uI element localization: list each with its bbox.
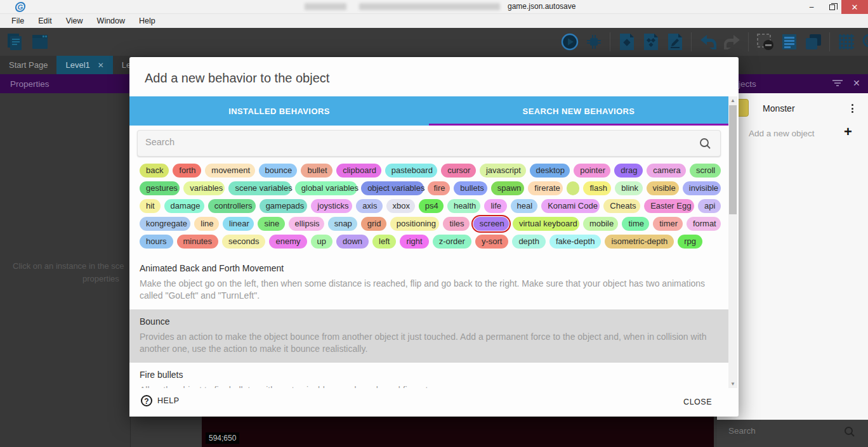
kebab-menu-icon[interactable] <box>848 103 857 115</box>
chip-gamepads[interactable]: gamepads <box>260 199 308 213</box>
behavior-search-input[interactable] <box>145 137 678 147</box>
chip-blink[interactable]: blink <box>615 181 642 195</box>
chip-kongregate[interactable]: kongregate <box>140 217 190 231</box>
chip-javascript[interactable]: javascript <box>480 164 526 178</box>
dialog-scrollbar[interactable]: ▲ ▼ <box>728 96 737 388</box>
chip-movement[interactable]: movement <box>205 164 254 178</box>
chip-konami-code[interactable]: Konami Code <box>541 199 600 213</box>
close-dialog-button[interactable]: CLOSE <box>683 398 712 406</box>
chip-easter-egg[interactable]: Easter Egg <box>644 199 694 213</box>
chip-time[interactable]: time <box>622 217 649 231</box>
chip-bullet[interactable]: bullet <box>301 164 332 178</box>
tab-close-icon[interactable]: ✕ <box>98 61 104 70</box>
chip-up[interactable]: up <box>311 235 332 249</box>
chip-pasteboard[interactable]: pasteboard <box>385 164 437 178</box>
behavior-item[interactable]: Animated Back and Forth MovementMake the… <box>129 256 728 309</box>
chip-sine[interactable]: sine <box>258 217 284 231</box>
project-manager-icon[interactable] <box>5 31 25 52</box>
chip-heal[interactable]: heal <box>511 199 538 213</box>
chip-global-variables[interactable]: global variables <box>295 181 357 195</box>
chip-left[interactable]: left <box>372 235 396 249</box>
chip-pointer[interactable]: pointer <box>574 164 610 178</box>
chip-virtual-keyboard[interactable]: virtual keyboard <box>513 217 579 231</box>
chip-grid[interactable]: grid <box>361 217 386 231</box>
scrollbar-up-icon[interactable]: ▲ <box>728 96 737 105</box>
tab-start-page[interactable]: Start Page <box>0 56 56 74</box>
chip-desktop[interactable]: desktop <box>530 164 570 178</box>
tab-level1[interactable]: Level1 ✕ <box>56 56 112 74</box>
chip-firerate[interactable]: firerate <box>528 181 563 195</box>
chip-screen[interactable]: screen <box>473 217 509 231</box>
chip-line[interactable]: line <box>194 217 219 231</box>
close-window-button[interactable]: ✕ <box>841 0 868 14</box>
chip-spawn[interactable]: spawn <box>491 181 525 195</box>
chip-axis[interactable]: axis <box>356 199 382 213</box>
chip-snap[interactable]: snap <box>328 217 357 231</box>
chip-clipboard[interactable]: clipboard <box>336 164 381 178</box>
chip-back[interactable]: back <box>140 164 169 178</box>
chip-ps4[interactable]: ps4 <box>419 199 444 213</box>
chip-object-variables[interactable]: object variables <box>361 181 423 195</box>
menu-window[interactable]: Window <box>91 15 131 27</box>
zoom-actual-icon[interactable]: 1:1 <box>860 31 868 52</box>
chip-fire[interactable]: fire <box>428 181 450 195</box>
chip-seconds[interactable]: seconds <box>222 235 265 249</box>
behavior-item[interactable]: Fire bulletsAllow the object to fire bul… <box>129 363 728 388</box>
chip-enemy[interactable]: enemy <box>269 235 306 249</box>
tab-installed-behaviors[interactable]: INSTALLED BEHAVIORS <box>129 96 429 126</box>
instances-list-icon[interactable] <box>779 31 799 52</box>
chip-forth[interactable]: forth <box>173 164 201 178</box>
help-button[interactable]: ? HELP <box>141 395 180 406</box>
redo-icon[interactable] <box>722 31 742 52</box>
objects-editor-icon[interactable] <box>617 31 636 52</box>
chip-positioning[interactable]: positioning <box>390 217 440 231</box>
minimize-button[interactable]: – <box>801 0 822 14</box>
behavior-item[interactable]: BounceProvides an action to make the obj… <box>129 309 728 363</box>
menu-view[interactable]: View <box>60 15 89 27</box>
chip-isometric-depth[interactable]: isometric-depth <box>605 235 674 249</box>
chip-minutes[interactable]: minutes <box>177 235 219 249</box>
undo-icon[interactable] <box>698 31 718 52</box>
chip-blank[interactable] <box>567 181 579 195</box>
chip-visible[interactable]: visible <box>647 181 679 195</box>
chip-cheats[interactable]: Cheats <box>603 199 640 213</box>
chip-tiles[interactable]: tiles <box>443 217 469 231</box>
chip-timer[interactable]: timer <box>653 217 683 231</box>
chip-scene-variables[interactable]: scene variables <box>228 181 291 195</box>
filter-icon[interactable] <box>832 80 843 87</box>
chip-camera[interactable]: camera <box>647 164 686 178</box>
chip-mobile[interactable]: mobile <box>583 217 618 231</box>
chip-z-order[interactable]: z-order <box>433 235 471 249</box>
menu-file[interactable]: File <box>5 15 30 27</box>
chip-invisible[interactable]: invisible <box>683 181 721 195</box>
chip-cursor[interactable]: cursor <box>441 164 476 178</box>
object-groups-editor-icon[interactable] <box>641 31 661 52</box>
chip-life[interactable]: life <box>484 199 506 213</box>
layers-icon[interactable] <box>803 31 823 52</box>
chip-format[interactable]: format <box>687 217 721 231</box>
behavior-list[interactable]: Animated Back and Forth MovementMake the… <box>129 256 728 388</box>
start-page-icon[interactable] <box>30 31 49 52</box>
chip-flash[interactable]: flash <box>583 181 611 195</box>
add-new-object-row[interactable]: Add a new object + <box>717 124 868 143</box>
chip-controllers[interactable]: controllers <box>208 199 256 213</box>
chip-hours[interactable]: hours <box>140 235 173 249</box>
objects-search-input[interactable] <box>728 426 830 436</box>
chip-right[interactable]: right <box>400 235 428 249</box>
chip-linear[interactable]: linear <box>223 217 254 231</box>
tab-search-new-behaviors[interactable]: SEARCH NEW BEHAVIORS <box>429 96 728 126</box>
chip-variables[interactable]: variables <box>183 181 225 195</box>
chip-y-sort[interactable]: y-sort <box>475 235 509 249</box>
object-list-item-monster[interactable]: Monster <box>717 96 868 120</box>
chip-down[interactable]: down <box>336 235 369 249</box>
chip-depth[interactable]: depth <box>512 235 546 249</box>
scrollbar-thumb[interactable] <box>729 105 737 214</box>
menu-edit[interactable]: Edit <box>32 15 58 27</box>
menu-help[interactable]: Help <box>133 15 162 27</box>
play-preview-icon[interactable] <box>560 31 579 52</box>
scrollbar-down-icon[interactable]: ▼ <box>728 380 737 388</box>
chip-ellipsis[interactable]: ellipsis <box>289 217 324 231</box>
chip-api[interactable]: api <box>698 199 721 213</box>
chip-scroll[interactable]: scroll <box>690 164 721 178</box>
chip-health[interactable]: health <box>447 199 480 213</box>
